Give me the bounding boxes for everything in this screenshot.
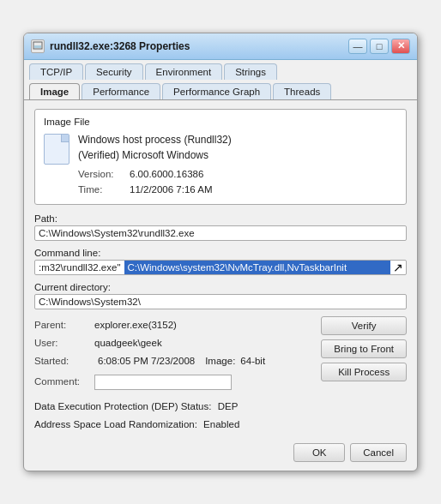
cancel-button[interactable]: Cancel xyxy=(350,443,407,462)
bottom-section: Data Execution Protection (DEP) Status: … xyxy=(34,398,407,433)
main-content: Image File Windows host process (Rundll3… xyxy=(24,100,417,471)
close-button[interactable]: ✕ xyxy=(391,39,410,54)
path-input[interactable] xyxy=(34,225,407,241)
tab-threads[interactable]: Threads xyxy=(273,83,331,99)
file-info: Windows host process (Rundll32) (Verifie… xyxy=(78,132,397,198)
image-file-group: Image File Windows host process (Rundll3… xyxy=(34,109,407,206)
parent-label: Parent: xyxy=(34,316,94,334)
time-label: Time: xyxy=(78,182,130,197)
dialog-buttons: OK Cancel xyxy=(34,443,407,462)
cmdline-input[interactable]: :m32\rundll32.exe" C:\Windows\system32\N… xyxy=(34,260,407,275)
version-row: Version: 6.00.6000.16386 xyxy=(78,166,397,182)
version-label: Version: xyxy=(78,166,130,182)
right-buttons: Verify Bring to Front Kill Process xyxy=(321,316,407,381)
time-value: 11/2/2006 7:16 AM xyxy=(130,182,213,197)
cmdline-label: Command line: xyxy=(34,248,407,258)
window-title: rundll32.exe:3268 Properties xyxy=(50,40,190,52)
cmdline-part2: C:\Windows\system32\NvMcTray.dll,NvTaskb… xyxy=(124,261,391,274)
window-icon xyxy=(31,39,45,53)
left-info: Parent: explorer.exe(3152) User: quadgee… xyxy=(34,316,312,391)
user-row: User: quadgeek\geek xyxy=(34,334,312,352)
title-buttons: — □ ✕ xyxy=(348,39,410,54)
curdir-label: Current directory: xyxy=(34,282,407,292)
tab-environment[interactable]: Environment xyxy=(145,63,223,80)
properties-window: rundll32.exe:3268 Properties — □ ✕ TCP/I… xyxy=(23,33,418,472)
comment-input[interactable] xyxy=(94,375,232,390)
file-detail-rows: Version: 6.00.6000.16386 Time: 11/2/2006… xyxy=(78,166,397,198)
tabs-row2: Image Performance Performance Graph Thre… xyxy=(24,80,417,100)
kill-process-button[interactable]: Kill Process xyxy=(321,363,407,381)
tab-security[interactable]: Security xyxy=(85,63,143,80)
aslr-label: Address Space Load Randomization: xyxy=(34,419,197,429)
cmdline-row: Command line: :m32\rundll32.exe" C:\Wind… xyxy=(34,248,407,275)
dep-value: DEP xyxy=(218,401,239,411)
tab-performance[interactable]: Performance xyxy=(82,83,160,99)
image-label: Image: xyxy=(205,352,235,370)
minimize-button[interactable]: — xyxy=(348,39,367,54)
title-bar: rundll32.exe:3268 Properties — □ ✕ xyxy=(24,33,417,60)
comment-row: Comment: xyxy=(34,373,312,391)
tab-tcpip[interactable]: TCP/IP xyxy=(29,63,83,80)
dep-row: Data Execution Protection (DEP) Status: … xyxy=(34,398,407,416)
started-label: Started: xyxy=(34,352,94,370)
version-value: 6.00.6000.16386 xyxy=(130,166,203,182)
aslr-value: Enabled xyxy=(203,419,239,429)
tab-image[interactable]: Image xyxy=(29,83,80,99)
file-name-line1: Windows host process (Rundll32) xyxy=(78,132,397,147)
dep-label: Data Execution Protection (DEP) Status: xyxy=(34,401,211,411)
started-row: Started: 6:08:05 PM 7/23/2008 Image: 64-… xyxy=(34,352,312,370)
parent-row: Parent: explorer.exe(3152) xyxy=(34,316,312,334)
file-name-line2: (Verified) Microsoft Windows xyxy=(78,147,397,163)
maximize-button[interactable]: □ xyxy=(370,39,389,54)
path-label: Path: xyxy=(34,213,407,224)
aslr-row: Address Space Load Randomization: Enable… xyxy=(34,416,407,434)
curdir-input[interactable] xyxy=(34,294,407,309)
ok-button[interactable]: OK xyxy=(293,443,345,462)
tab-strings[interactable]: Strings xyxy=(224,63,277,80)
tab-performance-graph[interactable]: Performance Graph xyxy=(162,83,271,99)
tabs-row1: TCP/IP Security Environment Strings xyxy=(24,60,417,80)
cmdline-part1: :m32\rundll32.exe" xyxy=(35,261,124,274)
bring-to-front-button[interactable]: Bring to Front xyxy=(321,339,407,358)
image-value: 64-bit xyxy=(240,352,265,370)
image-file-label: Image File xyxy=(44,117,397,127)
verify-button[interactable]: Verify xyxy=(321,316,407,335)
side-area: Parent: explorer.exe(3152) User: quadgee… xyxy=(34,316,407,391)
comment-label: Comment: xyxy=(34,373,94,391)
path-row: Path: xyxy=(34,213,407,241)
parent-value: explorer.exe(3152) xyxy=(94,316,177,334)
image-file-content: Windows host process (Rundll32) (Verifie… xyxy=(44,132,397,198)
user-value: quadgeek\geek xyxy=(94,334,162,352)
file-icon xyxy=(44,134,69,165)
started-value: 6:08:05 PM 7/23/2008 xyxy=(98,352,195,370)
cursor-icon: ↗ xyxy=(390,261,406,274)
title-bar-left: rundll32.exe:3268 Properties xyxy=(31,39,190,53)
svg-rect-1 xyxy=(34,45,41,48)
time-row: Time: 11/2/2006 7:16 AM xyxy=(78,182,397,197)
curdir-row: Current directory: xyxy=(34,282,407,309)
user-label: User: xyxy=(34,334,94,352)
